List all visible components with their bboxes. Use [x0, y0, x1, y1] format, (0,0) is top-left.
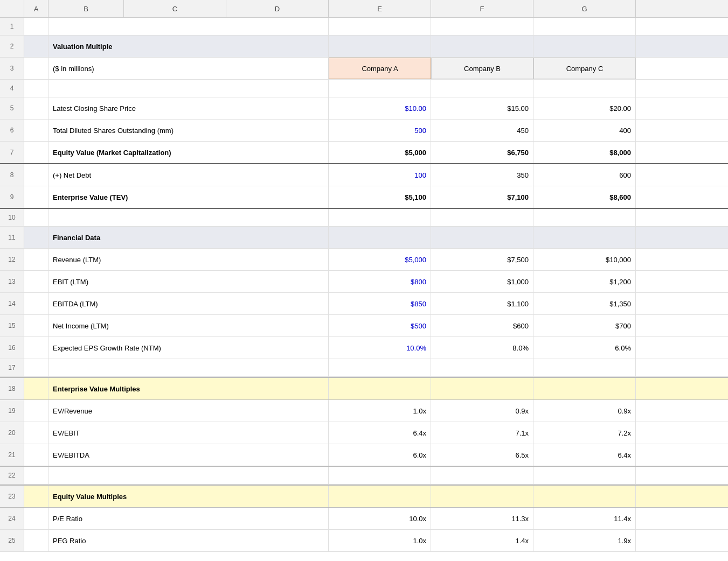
cell-1bcd	[48, 18, 329, 35]
cell-24bcd: P/E Ratio	[48, 508, 329, 529]
cell-1f	[431, 18, 533, 35]
cell-16e: 10.0%	[329, 337, 431, 359]
cell-21bcd: EV/EBITDA	[48, 444, 329, 466]
cell-8e: 100	[329, 164, 431, 186]
cell-9a	[24, 186, 48, 208]
cell-16g: 6.0%	[533, 337, 636, 359]
cell-5f: $15.00	[431, 97, 533, 119]
row-num-3: 3	[0, 58, 24, 79]
cell-16a	[24, 337, 48, 359]
cell-19bcd: EV/Revenue	[48, 400, 329, 422]
cell-11g	[533, 227, 636, 248]
cell-17bcd	[48, 359, 329, 376]
row-16: 16 Expected EPS Growth Rate (NTM) 10.0% …	[0, 337, 728, 359]
row-9: 9 Enterprise Value (TEV) $5,100 $7,100 $…	[0, 186, 728, 209]
cell-4e	[329, 80, 431, 97]
cell-4a	[24, 80, 48, 97]
row-21: 21 EV/EBITDA 6.0x 6.5x 6.4x	[0, 444, 728, 467]
cell-11f	[431, 227, 533, 248]
cell-17g	[533, 359, 636, 376]
cell-10e	[329, 209, 431, 226]
cell-2bcd: Valuation Multiple	[48, 36, 329, 57]
cell-13e: $800	[329, 271, 431, 292]
cell-18bcd: Enterprise Value Multiples	[48, 378, 329, 399]
row-19: 19 EV/Revenue 1.0x 0.9x 0.9x	[0, 400, 728, 422]
company-a-header: Company A	[329, 58, 431, 79]
row-5: 5 Latest Closing Share Price $10.00 $15.…	[0, 97, 728, 120]
cell-7e: $5,000	[329, 142, 431, 163]
spreadsheet: A B C D E F G 1 2 Valuation Multiple 3 (…	[0, 0, 728, 561]
cell-14g: $1,350	[533, 293, 636, 314]
cell-21a	[24, 444, 48, 466]
row-num-12: 12	[0, 249, 24, 270]
row-18: 18 Enterprise Value Multiples	[0, 377, 728, 400]
cell-16bcd: Expected EPS Growth Rate (NTM)	[48, 337, 329, 359]
row-10: 10	[0, 209, 728, 227]
cell-20e: 6.4x	[329, 422, 431, 444]
col-header-f: F	[431, 0, 533, 17]
col-header-e: E	[329, 0, 431, 17]
row-24: 24 P/E Ratio 10.0x 11.3x 11.4x	[0, 508, 728, 530]
cell-17a	[24, 359, 48, 376]
cell-6f: 450	[431, 120, 533, 141]
cell-2a	[24, 36, 48, 57]
cell-20bcd: EV/EBIT	[48, 422, 329, 444]
cell-10g	[533, 209, 636, 226]
cell-12bcd: Revenue (LTM)	[48, 249, 329, 270]
cell-6e: 500	[329, 120, 431, 141]
cell-17f	[431, 359, 533, 376]
cell-9g: $8,600	[533, 186, 636, 208]
row-num-18: 18	[0, 378, 24, 399]
row-num-17: 17	[0, 359, 24, 376]
cell-6a	[24, 120, 48, 141]
cell-14e: $850	[329, 293, 431, 314]
cell-11bcd: Financial Data	[48, 227, 329, 248]
cell-15a	[24, 315, 48, 336]
cell-22a	[24, 467, 48, 484]
row-num-19: 19	[0, 400, 24, 422]
cell-19e: 1.0x	[329, 400, 431, 422]
cell-3bcd: ($ in millions)	[48, 58, 329, 79]
row-num-25: 25	[0, 530, 24, 551]
cell-21f: 6.5x	[431, 444, 533, 466]
cell-22bcd	[48, 467, 329, 484]
company-b-header: Company B	[431, 58, 533, 79]
cell-7g: $8,000	[533, 142, 636, 163]
cell-7bcd: Equity Value (Market Capitalization)	[48, 142, 329, 163]
cell-18a	[24, 378, 48, 399]
cell-20a	[24, 422, 48, 444]
cell-8bcd: (+) Net Debt	[48, 164, 329, 186]
cell-20g: 7.2x	[533, 422, 636, 444]
cell-4bcd	[48, 80, 329, 97]
row-num-7: 7	[0, 142, 24, 163]
cell-5bcd: Latest Closing Share Price	[48, 97, 329, 119]
cell-22g	[533, 467, 636, 484]
cell-25g: 1.9x	[533, 530, 636, 551]
cell-8g: 600	[533, 164, 636, 186]
cell-4f	[431, 80, 533, 97]
cell-5e: $10.00	[329, 97, 431, 119]
company-c-header: Company C	[533, 58, 636, 79]
row-num-22: 22	[0, 467, 24, 484]
cell-23g	[533, 486, 636, 507]
cell-11a	[24, 227, 48, 248]
cell-18g	[533, 378, 636, 399]
cell-15f: $600	[431, 315, 533, 336]
cell-21g: 6.4x	[533, 444, 636, 466]
row-6: 6 Total Diluted Shares Outstanding (mm) …	[0, 120, 728, 142]
row-num-8: 8	[0, 164, 24, 186]
row-1: 1	[0, 18, 728, 36]
cell-7a	[24, 142, 48, 163]
cell-25bcd: PEG Ratio	[48, 530, 329, 551]
row-2: 2 Valuation Multiple	[0, 36, 728, 58]
col-header-d: D	[226, 0, 329, 17]
row-12: 12 Revenue (LTM) $5,000 $7,500 $10,000	[0, 249, 728, 271]
cell-16f: 8.0%	[431, 337, 533, 359]
cell-1a	[24, 18, 48, 35]
cell-19f: 0.9x	[431, 400, 533, 422]
cell-2g	[533, 36, 636, 57]
col-header-c: C	[124, 0, 226, 17]
cell-25a	[24, 530, 48, 551]
cell-9f: $7,100	[431, 186, 533, 208]
row-25: 25 PEG Ratio 1.0x 1.4x 1.9x	[0, 530, 728, 552]
